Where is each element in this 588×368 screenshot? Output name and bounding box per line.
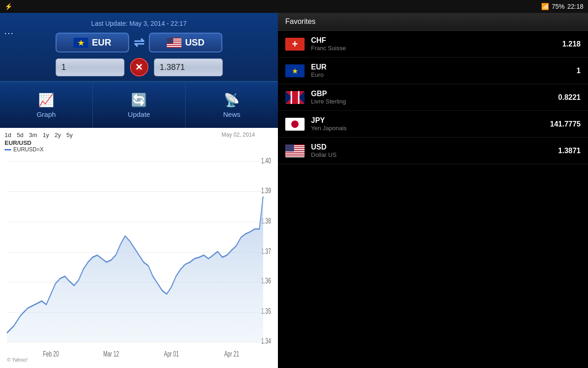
battery-level: 75% bbox=[552, 3, 565, 10]
usd-name: Dollar US bbox=[311, 151, 558, 158]
chf-rate: 1.218 bbox=[562, 40, 581, 48]
update-button[interactable]: 🔄 Update bbox=[93, 82, 186, 128]
eur-name: Euro bbox=[311, 71, 577, 78]
timeframe-1y[interactable]: 1y bbox=[43, 132, 49, 138]
usd-info: USD Dollar US bbox=[311, 143, 558, 158]
chart-svg: 1.40 1.39 1.38 1.37 1.36 1.35 1.34 bbox=[5, 153, 273, 365]
currency-list: CHF Franc Suisse 1.218 EUR Euro 1 GBP Li… bbox=[278, 31, 588, 164]
from-currency-label: EUR bbox=[92, 37, 111, 48]
svg-text:1.40: 1.40 bbox=[261, 156, 271, 165]
news-button[interactable]: 📡 News bbox=[186, 82, 278, 128]
chart-legend: EURUSD=X bbox=[5, 146, 273, 153]
wifi-icon: 📶 bbox=[541, 3, 549, 10]
news-icon: 📡 bbox=[224, 92, 240, 108]
timeframe-3m[interactable]: 3m bbox=[29, 132, 37, 138]
converter-section: ⋮ Last Update: May 3, 2014 - 22:17 EUR ⇌… bbox=[0, 13, 278, 82]
swap-icon[interactable]: ⇌ bbox=[134, 35, 144, 50]
jpy-code: JPY bbox=[311, 116, 550, 125]
jpy-info: JPY Yen Japonais bbox=[311, 116, 550, 132]
amount-input[interactable] bbox=[56, 58, 124, 76]
news-label: News bbox=[223, 110, 241, 118]
chart-pair-label: EUR/USD bbox=[5, 139, 273, 146]
gbp-rate: 0.8221 bbox=[558, 93, 581, 102]
gbp-name: Livre Sterling bbox=[311, 98, 558, 105]
gbp-info: GBP Livre Sterling bbox=[311, 90, 558, 105]
result-input bbox=[154, 58, 223, 76]
right-panel: Favorites CHF Franc Suisse 1.218 EUR Eur… bbox=[278, 13, 588, 368]
chart-section: 1d 5d 3m 1y 2y 5y EUR/USD EURUSD=X May 0… bbox=[0, 128, 278, 368]
input-row: ✕ bbox=[7, 58, 271, 76]
chart-container: 1.40 1.39 1.38 1.37 1.36 1.35 1.34 bbox=[5, 153, 273, 365]
graph-button[interactable]: 📈 Graph bbox=[0, 82, 93, 128]
currency-row: EUR ⇌ USD bbox=[7, 33, 271, 52]
gbp-code: GBP bbox=[311, 90, 558, 98]
chf-name: Franc Suisse bbox=[311, 45, 562, 52]
from-currency-button[interactable]: EUR bbox=[56, 33, 129, 52]
list-item[interactable]: GBP Livre Sterling 0.8221 bbox=[278, 84, 588, 111]
eur-code: EUR bbox=[311, 63, 577, 71]
update-icon: 🔄 bbox=[131, 92, 147, 108]
last-update-label: Last Update: May 3, 2014 - 22:17 bbox=[7, 17, 271, 27]
eur-flag-icon bbox=[285, 64, 305, 77]
to-currency-label: USD bbox=[185, 37, 204, 48]
to-currency-button[interactable]: USD bbox=[149, 33, 222, 52]
update-label: Update bbox=[128, 110, 150, 118]
list-item[interactable]: JPY Yen Japonais 141.7775 bbox=[278, 111, 588, 138]
legend-color-box bbox=[5, 149, 11, 150]
favorites-header: Favorites bbox=[278, 13, 588, 31]
svg-text:Apr 01: Apr 01 bbox=[164, 349, 179, 358]
chf-code: CHF bbox=[311, 36, 562, 45]
list-item[interactable]: USD Dollar US 1.3871 bbox=[278, 138, 588, 164]
chf-info: CHF Franc Suisse bbox=[311, 36, 562, 52]
eur-rate: 1 bbox=[577, 67, 581, 75]
jpy-flag-icon bbox=[285, 118, 305, 131]
svg-text:Feb 20: Feb 20 bbox=[43, 349, 59, 358]
usd-rate: 1.3871 bbox=[558, 147, 581, 155]
graph-icon: 📈 bbox=[38, 92, 54, 108]
list-item[interactable]: EUR Euro 1 bbox=[278, 58, 588, 84]
jpy-rate: 141.7775 bbox=[550, 120, 581, 128]
usd-code: USD bbox=[311, 143, 558, 151]
timeframe-5y[interactable]: 5y bbox=[66, 132, 73, 138]
clock: 22:18 bbox=[567, 3, 583, 10]
status-bar: ⚡ 📶 75% 22:18 bbox=[0, 0, 588, 13]
usd-flag-icon bbox=[285, 144, 305, 157]
chart-yahoo-label: © Yahoo! bbox=[7, 357, 28, 362]
status-right: 📶 75% 22:18 bbox=[541, 3, 583, 10]
menu-dots[interactable]: ⋮ bbox=[4, 29, 15, 36]
graph-label: Graph bbox=[37, 110, 56, 118]
list-item[interactable]: CHF Franc Suisse 1.218 bbox=[278, 31, 588, 58]
timeframe-5d[interactable]: 5d bbox=[17, 132, 23, 138]
legend-label: EURUSD=X bbox=[13, 146, 44, 153]
clear-button[interactable]: ✕ bbox=[130, 58, 148, 76]
timeframe-1d[interactable]: 1d bbox=[5, 132, 11, 138]
svg-text:Mar 12: Mar 12 bbox=[103, 349, 119, 358]
svg-text:Apr 21: Apr 21 bbox=[224, 349, 239, 358]
jpy-name: Yen Japonais bbox=[311, 125, 550, 132]
eur-info: EUR Euro bbox=[311, 63, 577, 78]
svg-text:1.39: 1.39 bbox=[261, 186, 271, 195]
left-panel: ⋮ Last Update: May 3, 2014 - 22:17 EUR ⇌… bbox=[0, 13, 278, 368]
usd-flag-icon bbox=[167, 38, 181, 48]
chf-flag-icon bbox=[285, 38, 305, 51]
favorites-title: Favorites bbox=[285, 17, 316, 25]
chart-date: May 02, 2014 bbox=[221, 132, 255, 138]
usb-icon: ⚡ bbox=[5, 3, 12, 10]
action-row: 📈 Graph 🔄 Update 📡 News bbox=[0, 82, 278, 128]
gbp-flag-icon bbox=[285, 91, 305, 104]
eur-flag-icon bbox=[74, 38, 88, 48]
timeframe-2y[interactable]: 2y bbox=[55, 132, 61, 138]
